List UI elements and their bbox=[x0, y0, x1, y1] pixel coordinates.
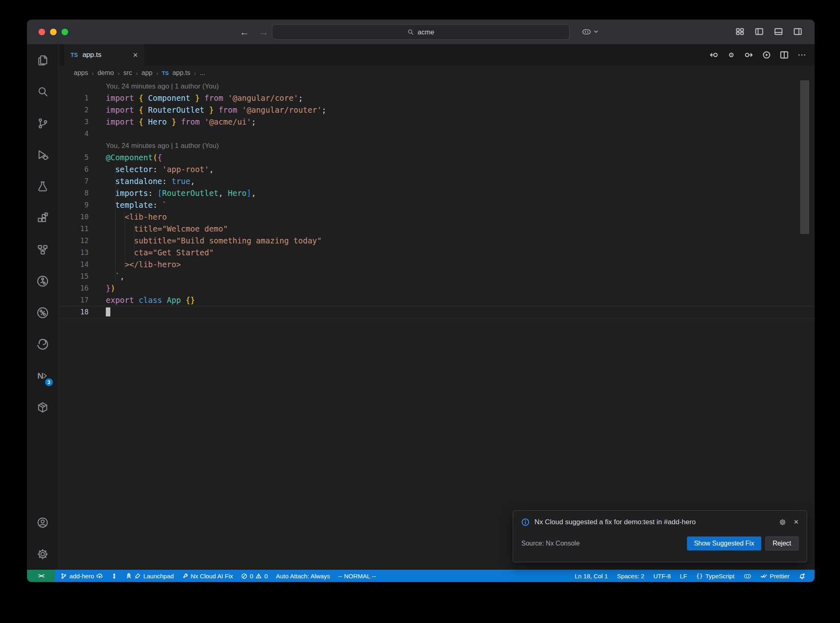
code-row: 17export class App {} bbox=[59, 294, 815, 306]
line-number: 1 bbox=[59, 92, 89, 104]
explorer-icon bbox=[37, 54, 49, 66]
notification-title: Nx Cloud suggested a fix for demo:test i… bbox=[534, 518, 696, 526]
run-icon[interactable] bbox=[762, 50, 771, 59]
sidebar-item-swirl[interactable] bbox=[27, 328, 59, 360]
copilot-menu[interactable] bbox=[582, 27, 598, 36]
sidebar-item-search[interactable] bbox=[27, 76, 59, 107]
sidebar-item-explorer[interactable] bbox=[27, 44, 59, 76]
tab-app-ts[interactable]: TS app.ts × bbox=[64, 44, 144, 66]
indent-guide bbox=[134, 223, 135, 235]
git-graph-status-item[interactable] bbox=[111, 573, 117, 579]
breadcrumb-item-demo[interactable]: demo bbox=[98, 69, 114, 77]
code-row: 1import { Component } from '@angular/cor… bbox=[59, 92, 815, 104]
sidebar-item-source-control[interactable] bbox=[27, 107, 59, 139]
eol-status-item[interactable]: LF bbox=[680, 573, 687, 580]
remote-indicator[interactable]: >< bbox=[27, 570, 55, 582]
line-number: 10 bbox=[59, 211, 89, 223]
scrollbar-thumb[interactable] bbox=[800, 80, 809, 234]
auto-attach-status-item[interactable]: Auto Attach: Always bbox=[276, 573, 330, 580]
sidebar-item-nx-console[interactable] bbox=[27, 265, 59, 297]
typescript-file-icon: TS bbox=[71, 52, 78, 58]
formatter-label: Prettier bbox=[770, 573, 790, 580]
code-row: 18 bbox=[59, 306, 815, 318]
vim-mode-status-item[interactable]: -- NORMAL -- bbox=[338, 573, 376, 580]
sidebar-item-package[interactable] bbox=[27, 391, 59, 423]
customize-layout-icon[interactable] bbox=[735, 27, 744, 36]
close-icon[interactable]: × bbox=[794, 517, 799, 527]
blame-annotation-text: You, 24 minutes ago | 1 author (You) bbox=[106, 140, 219, 152]
sidebar-item-testing[interactable] bbox=[27, 171, 59, 202]
launchpad-status-item[interactable]: Launchpad bbox=[126, 573, 173, 580]
code-row: 9 template: ` bbox=[59, 199, 815, 211]
code-text: template: ` bbox=[106, 199, 167, 211]
cursor-position-status-item[interactable]: Ln 18, Col 1 bbox=[575, 573, 608, 580]
language-status-item[interactable]: {} TypeScript bbox=[696, 573, 735, 580]
encoding-status-item[interactable]: UTF-8 bbox=[653, 573, 671, 580]
indent-guide bbox=[115, 259, 116, 271]
toggle-secondary-sidebar-icon[interactable] bbox=[793, 27, 802, 36]
copilot-icon bbox=[582, 27, 591, 36]
branch-status-item[interactable]: add-hero bbox=[61, 573, 103, 580]
close-window-button[interactable] bbox=[39, 29, 45, 35]
sidebar-item-accounts[interactable] bbox=[27, 507, 59, 538]
show-suggested-fix-button[interactable]: Show Suggested Fix bbox=[687, 537, 761, 550]
sidebar-item-project-structure[interactable] bbox=[27, 234, 59, 265]
formatter-status-item[interactable]: Prettier bbox=[760, 573, 790, 580]
sidebar-item-settings[interactable] bbox=[27, 538, 59, 570]
bell-icon bbox=[799, 573, 806, 580]
sidebar-item-extensions[interactable] bbox=[27, 202, 59, 234]
copilot-status-item[interactable] bbox=[744, 572, 751, 580]
breadcrumb: apps › demo › src › app › TS app.ts › ..… bbox=[59, 66, 815, 80]
reject-button[interactable]: Reject bbox=[765, 537, 799, 550]
nx-cloud-fix-status-item[interactable]: Nx Cloud AI Fix bbox=[182, 573, 233, 580]
line-number: 7 bbox=[59, 175, 89, 187]
project-structure-icon bbox=[37, 243, 49, 256]
search-icon bbox=[37, 86, 49, 98]
wrench-icon bbox=[182, 573, 188, 579]
open-changes-next-icon[interactable] bbox=[744, 50, 753, 59]
problems-status-item[interactable]: 0 0 bbox=[241, 573, 268, 580]
breadcrumb-item-app[interactable]: app bbox=[142, 69, 153, 77]
copilot-icon bbox=[744, 572, 751, 580]
code-text: import { Hero } from '@acme/ui'; bbox=[106, 116, 256, 128]
chevron-right-icon: › bbox=[194, 70, 196, 77]
screenshot-stage: ← → acme bbox=[0, 0, 840, 623]
maximize-window-button[interactable] bbox=[62, 29, 68, 35]
indent-guide bbox=[125, 211, 125, 223]
breadcrumb-item-apps[interactable]: apps bbox=[74, 69, 88, 77]
breadcrumb-item-src[interactable]: src bbox=[123, 69, 132, 77]
line-number: 17 bbox=[59, 294, 89, 306]
sidebar-item-run-debug[interactable] bbox=[27, 139, 59, 171]
minimize-window-button[interactable] bbox=[50, 29, 57, 35]
close-tab-icon[interactable]: × bbox=[133, 51, 138, 59]
tab-label: app.ts bbox=[82, 51, 101, 59]
notification-header: Nx Cloud suggested a fix for demo:test i… bbox=[521, 517, 799, 527]
code-row: 8 imports: [RouterOutlet, Hero], bbox=[59, 187, 815, 199]
sidebar-item-nx-cloud[interactable] bbox=[27, 297, 59, 328]
code-text: title="Welcmoe demo" bbox=[106, 223, 228, 235]
code-editor[interactable]: You, 24 minutes ago | 1 author (You)1imp… bbox=[59, 80, 815, 570]
toggle-primary-sidebar-icon[interactable] bbox=[755, 27, 764, 36]
split-editor-icon[interactable] bbox=[780, 50, 789, 59]
gear-icon[interactable] bbox=[779, 518, 786, 526]
status-right: Ln 18, Col 1 Spaces: 2 UTF-8 LF {} TypeS… bbox=[575, 572, 815, 580]
activity-bar: N 3 bbox=[27, 44, 59, 570]
sidebar-item-nx[interactable]: N 3 bbox=[27, 360, 59, 391]
notifications-status-item[interactable] bbox=[799, 573, 806, 580]
cursor-position-label: Ln 18, Col 1 bbox=[575, 573, 608, 580]
breadcrumb-item-file[interactable]: app.ts bbox=[172, 69, 190, 77]
line-number: 6 bbox=[59, 164, 89, 175]
timeline-icon[interactable] bbox=[727, 50, 736, 59]
nav-forward-button[interactable]: → bbox=[259, 27, 268, 38]
open-changes-prev-icon[interactable] bbox=[709, 50, 718, 59]
more-actions-icon[interactable] bbox=[797, 50, 806, 59]
command-center-search[interactable]: acme bbox=[272, 24, 570, 40]
code-text: selector: 'app-root', bbox=[106, 164, 214, 175]
nav-back-button[interactable]: ← bbox=[240, 27, 249, 38]
indent-guide bbox=[125, 235, 125, 247]
indent-guide bbox=[125, 259, 125, 271]
breadcrumb-more[interactable]: ... bbox=[200, 69, 205, 77]
indentation-status-item[interactable]: Spaces: 2 bbox=[617, 573, 644, 580]
vim-mode-label: -- NORMAL -- bbox=[338, 573, 376, 580]
toggle-panel-icon[interactable] bbox=[774, 27, 783, 36]
